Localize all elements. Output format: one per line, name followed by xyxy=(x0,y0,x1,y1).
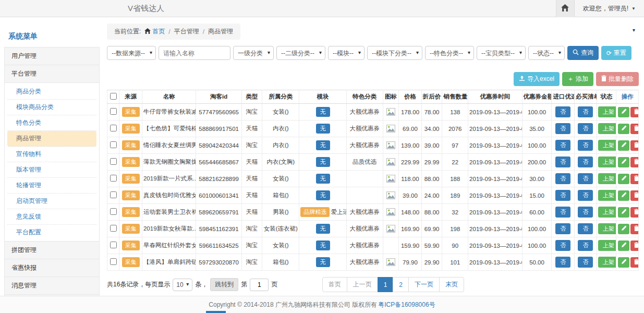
delete-button[interactable] xyxy=(630,107,638,117)
import-select-toggle[interactable]: 否 xyxy=(555,106,570,117)
edit-button[interactable] xyxy=(618,107,629,117)
sidebar-item-9[interactable]: 平台配置 xyxy=(7,225,96,240)
delete-button[interactable] xyxy=(630,174,638,184)
status-toggle[interactable]: 上架 xyxy=(598,207,616,218)
status-toggle[interactable]: 上架 xyxy=(598,173,616,184)
filter-select-data-source[interactable]: --数据来源-- xyxy=(107,46,156,60)
must-buy-toggle[interactable]: 否 xyxy=(578,156,593,167)
status-toggle[interactable]: 上架 xyxy=(598,190,616,201)
sidebar-group-0[interactable]: 用户管理 xyxy=(4,47,100,65)
edit-button[interactable] xyxy=(618,240,629,251)
row-checkbox[interactable] xyxy=(110,258,117,265)
edit-button[interactable] xyxy=(618,174,629,184)
sidebar-group-2[interactable]: 拼团管理 xyxy=(4,241,100,259)
sidebar-item-5[interactable]: 版本管理 xyxy=(7,162,96,178)
sidebar-item-7[interactable]: 启动页管理 xyxy=(7,194,96,209)
filter-select-primary-category[interactable]: 一级分类 xyxy=(233,46,274,60)
search-button[interactable]: 查询 xyxy=(567,46,599,60)
horizontal-scrollbar-thumb[interactable] xyxy=(206,311,226,313)
status-toggle[interactable]: 上架 xyxy=(598,240,616,251)
must-buy-toggle[interactable]: 否 xyxy=(578,173,593,184)
page-button-2[interactable]: 2 xyxy=(393,277,409,292)
page-button-首页[interactable]: 首页 xyxy=(322,277,347,292)
must-buy-toggle[interactable]: 否 xyxy=(578,240,593,251)
add-button[interactable]: ＋ 添加 xyxy=(562,72,593,86)
status-toggle[interactable]: 上架 xyxy=(598,106,616,117)
filter-select-module-subcategory[interactable]: --模块下分类-- xyxy=(367,46,422,60)
reset-button[interactable]: ⟳ 重置 xyxy=(601,46,631,60)
edit-button[interactable] xyxy=(618,224,629,234)
per-page-select[interactable]: 10 xyxy=(173,279,192,291)
sidebar-item-2[interactable]: 特色分类 xyxy=(7,115,96,131)
home-button[interactable] xyxy=(556,0,575,17)
must-buy-toggle[interactable]: 否 xyxy=(578,190,593,201)
sidebar-item-4[interactable]: 宣传物料 xyxy=(7,147,96,162)
import-select-toggle[interactable]: 否 xyxy=(555,190,570,201)
import-select-toggle[interactable]: 否 xyxy=(555,207,570,218)
filter-select-secondary-category[interactable]: --二级分类-- xyxy=(276,46,325,60)
jump-page-input[interactable] xyxy=(250,279,269,291)
must-buy-toggle[interactable]: 否 xyxy=(578,106,593,117)
filter-select-module[interactable]: --模块-- xyxy=(328,46,364,60)
must-buy-toggle[interactable]: 否 xyxy=(578,123,593,134)
import-select-toggle[interactable]: 否 xyxy=(555,123,570,134)
name-search-input[interactable] xyxy=(159,46,230,60)
user-menu[interactable]: 欢迎您，管理员! ▼ xyxy=(575,0,644,17)
filter-select-item-type[interactable]: --宝贝类型-- xyxy=(477,46,526,60)
sidebar-group-4[interactable]: 消息管理 xyxy=(4,276,100,294)
status-toggle[interactable]: 上架 xyxy=(598,156,616,167)
edit-button[interactable] xyxy=(618,207,629,218)
filter-select-status[interactable]: --状态-- xyxy=(528,46,565,60)
delete-button[interactable] xyxy=(630,140,638,151)
breadcrumb-home-link[interactable]: 首页 xyxy=(144,27,165,36)
status-toggle[interactable]: 上架 xyxy=(598,123,616,134)
edit-button[interactable] xyxy=(618,140,629,151)
row-checkbox[interactable] xyxy=(110,208,117,215)
status-toggle[interactable]: 上架 xyxy=(598,223,616,234)
must-buy-toggle[interactable]: 否 xyxy=(578,140,593,151)
delete-button[interactable] xyxy=(630,157,638,167)
page-button-上一页[interactable]: 上一页 xyxy=(347,277,378,292)
status-toggle[interactable]: 上架 xyxy=(598,257,616,268)
import-excel-button[interactable]: 导入excel xyxy=(514,72,560,86)
row-checkbox[interactable] xyxy=(110,225,117,232)
must-buy-toggle[interactable]: 否 xyxy=(578,207,593,218)
edit-button[interactable] xyxy=(618,157,629,167)
sidebar-item-0[interactable]: 商品分类 xyxy=(7,84,96,100)
row-checkbox[interactable] xyxy=(110,242,117,248)
import-select-toggle[interactable]: 否 xyxy=(555,240,570,251)
page-button-1[interactable]: 1 xyxy=(378,277,394,292)
row-checkbox[interactable] xyxy=(110,125,117,131)
sidebar-item-1[interactable]: 模块商品分类 xyxy=(7,100,96,115)
sidebar-item-3[interactable]: 商品管理 xyxy=(7,131,96,147)
import-select-toggle[interactable]: 否 xyxy=(555,173,570,184)
sidebar-item-8[interactable]: 意见反馈 xyxy=(7,209,96,225)
status-toggle[interactable]: 上架 xyxy=(598,140,616,151)
page-button-末页[interactable]: 末页 xyxy=(439,277,464,292)
delete-button[interactable] xyxy=(630,224,638,234)
page-button-下一页[interactable]: 下一页 xyxy=(408,277,440,292)
delete-button[interactable] xyxy=(630,257,638,268)
row-checkbox[interactable] xyxy=(110,141,117,148)
must-buy-toggle[interactable]: 否 xyxy=(578,223,593,234)
sidebar-item-6[interactable]: 轮播管理 xyxy=(7,178,96,194)
row-checkbox[interactable] xyxy=(110,108,117,115)
icp-link[interactable]: 粤ICP备16098006号 xyxy=(378,300,435,309)
delete-button[interactable] xyxy=(630,124,638,134)
delete-button[interactable] xyxy=(630,240,638,251)
filter-select-special-category[interactable]: --特色分类-- xyxy=(425,46,474,60)
import-select-toggle[interactable]: 否 xyxy=(555,257,570,268)
batch-delete-button[interactable]: 批量删除 xyxy=(596,72,639,86)
row-checkbox[interactable] xyxy=(110,175,117,182)
delete-button[interactable] xyxy=(630,190,638,201)
edit-button[interactable] xyxy=(618,124,629,134)
sidebar-group-1[interactable]: 平台管理 xyxy=(4,65,100,82)
select-all-checkbox[interactable] xyxy=(110,93,117,100)
delete-button[interactable] xyxy=(630,207,638,218)
sidebar-group-3[interactable]: 省惠快报 xyxy=(4,259,100,276)
import-select-toggle[interactable]: 否 xyxy=(555,140,570,151)
edit-button[interactable] xyxy=(618,190,629,201)
row-checkbox[interactable] xyxy=(110,158,117,165)
edit-button[interactable] xyxy=(618,257,629,268)
jump-to-button[interactable]: 跳转到 xyxy=(210,278,238,291)
